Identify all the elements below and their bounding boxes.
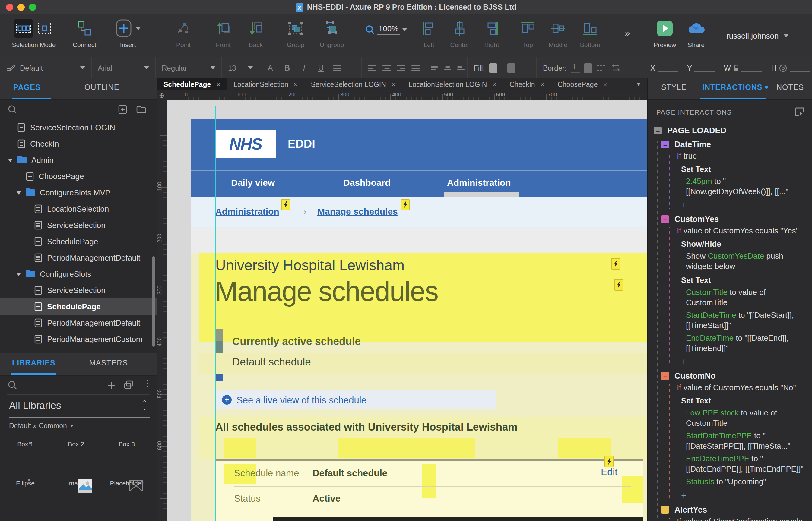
design-canvas[interactable]: NHS EDDI Daily view Dashboard Administra… bbox=[167, 100, 647, 521]
point-button[interactable]: Point bbox=[167, 17, 200, 48]
collapse-caret-icon[interactable] bbox=[16, 191, 21, 195]
lock-icon[interactable] bbox=[733, 64, 739, 72]
collapse-box-icon[interactable]: – bbox=[661, 372, 669, 380]
action-target[interactable]: Low PPE stock to value of CustomTitle bbox=[686, 408, 808, 428]
valign-top-button[interactable] bbox=[431, 66, 438, 70]
align-text-right-button[interactable] bbox=[397, 65, 405, 71]
duplicate-icon[interactable] bbox=[124, 381, 133, 389]
case-customyes[interactable]: –CustomYes bbox=[661, 215, 808, 224]
case-customno[interactable]: –CustomNo bbox=[661, 371, 808, 381]
interaction-badge[interactable] bbox=[611, 258, 620, 270]
action-set-text[interactable]: Set Text bbox=[681, 276, 808, 285]
case-datetime[interactable]: –DateTime bbox=[661, 140, 808, 149]
align-left-button[interactable]: Left bbox=[415, 17, 443, 48]
sidebar-item-schedulepage-selected[interactable]: SchedulePage bbox=[0, 298, 157, 315]
interaction-badge[interactable] bbox=[281, 199, 290, 210]
collapse-caret-icon[interactable] bbox=[16, 273, 21, 276]
tab-overflow-button[interactable]: ▼ bbox=[636, 78, 647, 90]
sidebar-item-schedulepage-mvp[interactable]: SchedulePage bbox=[0, 233, 157, 250]
condition[interactable]: If value of ShowConfirmation equals "Go" bbox=[677, 517, 808, 521]
account-menu[interactable]: russell.johnson bbox=[726, 15, 788, 57]
add-library-icon[interactable] bbox=[107, 381, 116, 389]
doc-tab-serviceselection-login[interactable]: ServiceSelection LOGIN× bbox=[304, 78, 402, 90]
close-tab-icon[interactable]: × bbox=[294, 81, 298, 88]
tab-notes[interactable]: NOTES bbox=[776, 83, 804, 92]
preview-button[interactable]: Preview bbox=[649, 17, 680, 48]
add-action-button[interactable]: + bbox=[681, 356, 808, 367]
align-top-button[interactable]: Top bbox=[515, 17, 541, 48]
breadcrumb-administration[interactable]: Administration bbox=[215, 206, 279, 217]
tab-outline[interactable]: OUTLINE bbox=[85, 83, 119, 92]
action-target[interactable]: Show CustomYesDate push widgets below bbox=[686, 251, 808, 271]
ungroup-button[interactable]: Ungroup bbox=[314, 17, 350, 48]
widget-box1[interactable]: Box 1 bbox=[6, 437, 45, 448]
action-target[interactable]: 2.45pm to "[[Now.getDayOfWeek()]], [[...… bbox=[686, 177, 808, 197]
search-icon[interactable] bbox=[8, 105, 17, 114]
action-set-text[interactable]: Set Text bbox=[681, 165, 808, 174]
sidebar-item-choosepage[interactable]: ChoosePage bbox=[0, 168, 157, 184]
action-target[interactable]: CustomTitle to value of CustomTitle bbox=[686, 288, 808, 308]
toolbar-overflow-button[interactable]: » bbox=[619, 28, 636, 39]
interaction-badge[interactable] bbox=[605, 456, 614, 467]
interaction-badge[interactable] bbox=[614, 279, 623, 291]
sidebar-item-checkin[interactable]: CheckIn bbox=[0, 136, 157, 152]
valign-middle-button[interactable] bbox=[444, 66, 451, 70]
widget-image[interactable]: Image bbox=[57, 476, 95, 486]
sidebar-item-serviceselection-2[interactable]: ServiceSelection bbox=[0, 282, 157, 298]
close-tab-icon[interactable]: × bbox=[392, 81, 395, 88]
sidebar-scrollbar[interactable] bbox=[152, 256, 155, 347]
action-target[interactable]: StartDateTimePPE to "[[DateStartPPE]], [… bbox=[686, 431, 808, 451]
action-show-hide[interactable]: Show/Hide bbox=[681, 240, 808, 248]
connect-button[interactable]: Connect bbox=[68, 17, 101, 48]
action-target[interactable]: EndDateTimePPE to "[[DateEndPPE]], [[Tim… bbox=[686, 454, 808, 474]
tab-style[interactable]: STYLE bbox=[661, 83, 686, 92]
sidebar-folder-admin[interactable]: Admin bbox=[0, 152, 157, 168]
group-button[interactable]: Group bbox=[280, 17, 311, 48]
kebab-menu-icon[interactable]: ⋮ bbox=[144, 379, 151, 388]
underline-button[interactable]: U bbox=[316, 63, 326, 72]
widget-placeholder[interactable]: Placeholder bbox=[107, 476, 146, 486]
sidebar-item-serviceselection-login[interactable]: ServiceSelection LOGIN bbox=[0, 119, 157, 136]
font-family-dropdown[interactable]: Arial bbox=[92, 57, 156, 78]
font-color-button[interactable]: A bbox=[265, 63, 275, 72]
doc-tab-schedulepage[interactable]: SchedulePage× bbox=[157, 78, 227, 90]
add-page-icon[interactable] bbox=[118, 105, 127, 114]
x-input[interactable] bbox=[658, 64, 678, 72]
search-icon[interactable] bbox=[8, 381, 17, 389]
proto-live-link[interactable]: See a live view of this schedule bbox=[237, 395, 367, 406]
valign-bottom-button[interactable] bbox=[457, 66, 464, 70]
close-tab-icon[interactable]: × bbox=[216, 81, 220, 88]
widget-style-dropdown[interactable]: Default bbox=[0, 57, 92, 78]
h-input[interactable] bbox=[790, 64, 810, 72]
action-target[interactable]: StatusIs to "Upcoming" bbox=[686, 477, 808, 487]
bring-front-button[interactable]: Front bbox=[207, 17, 239, 48]
library-selector[interactable]: All Libraries ⌃⌄ bbox=[0, 395, 157, 419]
close-tab-icon[interactable]: × bbox=[492, 81, 496, 88]
sidebar-item-serviceselection[interactable]: ServiceSelection bbox=[0, 217, 157, 233]
selection-mode-contain-button[interactable] bbox=[35, 19, 54, 38]
align-text-center-button[interactable] bbox=[382, 65, 391, 71]
selection-mode-intersect-button[interactable] bbox=[14, 19, 33, 38]
font-weight-dropdown[interactable]: Regular bbox=[156, 57, 222, 78]
proto-nav-administration[interactable]: Administration bbox=[447, 177, 511, 187]
fill-color-swatch[interactable] bbox=[489, 63, 497, 73]
sidebar-item-periodmanagementdefault-mvp[interactable]: PeriodManagementDefault bbox=[0, 250, 157, 266]
doc-tab-checkin[interactable]: CheckIn× bbox=[503, 78, 551, 90]
insert-button[interactable]: Insert bbox=[109, 17, 147, 48]
condition[interactable]: If value of CustomYes equals "No" bbox=[677, 383, 808, 392]
sidebar-item-locationselection[interactable]: LocationSelection bbox=[0, 201, 157, 217]
collapse-box-icon[interactable]: – bbox=[661, 140, 669, 148]
doc-tab-choosepage[interactable]: ChoosePage× bbox=[551, 78, 614, 90]
interaction-badge[interactable] bbox=[400, 199, 410, 210]
font-size-dropdown[interactable]: 13 bbox=[222, 57, 259, 78]
tab-interactions[interactable]: INTERACTIONS bbox=[702, 83, 768, 92]
align-text-left-button[interactable] bbox=[368, 65, 376, 71]
close-tab-icon[interactable]: × bbox=[541, 81, 545, 88]
hide-toggle-icon[interactable] bbox=[779, 64, 787, 72]
tab-pages[interactable]: PAGES bbox=[13, 83, 41, 92]
w-input[interactable] bbox=[742, 64, 762, 72]
ruler-origin-button[interactable]: ⊕ bbox=[157, 90, 167, 101]
bold-button[interactable]: B bbox=[282, 63, 292, 72]
y-input[interactable] bbox=[694, 64, 715, 72]
border-color-swatch[interactable] bbox=[584, 63, 592, 73]
